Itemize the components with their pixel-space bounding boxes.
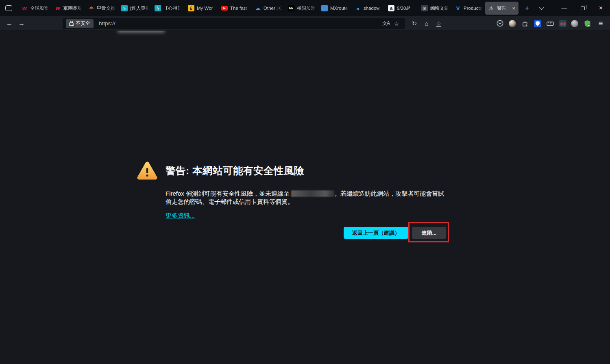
menu-icon[interactable]: ≡ xyxy=(596,19,605,28)
tab-close-icon[interactable]: × xyxy=(512,5,516,11)
tab-label: 極限加速 xyxy=(297,5,316,11)
tab-label: 軍團長股 xyxy=(63,5,82,11)
restore-button[interactable] xyxy=(573,0,592,16)
go-back-button[interactable]: 返回上一頁（建議） xyxy=(344,227,408,239)
new-tab-button[interactable]: + xyxy=(521,2,533,14)
pocket-icon[interactable] xyxy=(495,19,504,28)
wantgoo-icon: w xyxy=(54,5,61,11)
youtube-icon: ▶ xyxy=(221,6,228,11)
tab-daren-column[interactable]: ϟ [達人專欄 xyxy=(118,2,152,15)
tab-label: 編輯文章 xyxy=(430,5,449,11)
tab-label: My Wor xyxy=(197,6,216,11)
tab-stock-legion[interactable]: w 軍團長股 xyxy=(52,2,85,15)
tab-label: 警告: xyxy=(497,5,509,11)
tab-label: 9/30起 xyxy=(397,5,416,11)
extensions-puzzle-icon[interactable] xyxy=(521,19,529,28)
security-chip-label: 不安全 xyxy=(76,20,90,27)
url-bar[interactable]: 不安全 https:// 文A ☆ xyxy=(63,18,405,29)
learn-more-link[interactable]: 更多資訊... xyxy=(166,212,195,220)
extension-green-shield-icon[interactable] xyxy=(583,19,592,28)
warning-description: Firefox 偵測到可能有安全性風險，並未連線至 。若繼續造訪此網站，攻擊者可… xyxy=(166,190,450,205)
gold-app-icon: £ xyxy=(188,5,194,11)
navigation-toolbar: ← → 不安全 https:// 文A ☆ ↻ ⌂ ☆ xyxy=(0,16,610,31)
tab-warning-active[interactable]: ⚠ 警告: × xyxy=(485,2,518,15)
minimize-button[interactable]: — xyxy=(555,0,573,16)
editor-icon: ▣ xyxy=(421,5,428,11)
mxroute-icon xyxy=(321,5,328,11)
insecure-lock-icon xyxy=(69,21,74,26)
wantgoo-icon: w xyxy=(21,5,28,11)
tab-edit-article[interactable]: ▣ 編輯文章 xyxy=(418,2,452,15)
page-title: 警告: 本網站可能有安全性風險 xyxy=(166,164,304,177)
home-icon[interactable]: ⌂ xyxy=(420,18,433,29)
a-app-icon: a xyxy=(388,5,394,11)
tab-mxroute[interactable]: MXroute xyxy=(318,2,352,15)
extensions-row: ≡ xyxy=(495,19,607,28)
bitwarden-icon[interactable] xyxy=(534,20,541,27)
restore-icon xyxy=(581,6,585,10)
back-button[interactable]: ← xyxy=(3,18,15,29)
tab-review[interactable]: ϟ 【心得】 xyxy=(152,2,185,15)
ruler-icon[interactable] xyxy=(546,19,555,28)
tab-oracle[interactable]: </> 甲骨文搶 xyxy=(85,2,118,15)
mk-icon: Mk xyxy=(288,5,294,11)
bookmark-star-icon[interactable]: ☆ xyxy=(391,19,402,28)
extension-glasses-icon[interactable] xyxy=(559,20,566,27)
tab-label: MXroute xyxy=(330,6,349,11)
tab-label: 【心得】 xyxy=(163,5,182,11)
bahamut-icon: ϟ xyxy=(121,5,128,11)
firefox-view-icon[interactable] xyxy=(2,2,15,14)
tab-label: [達人專欄 xyxy=(130,5,149,11)
red-annotation-box xyxy=(408,222,449,242)
forward-button[interactable]: → xyxy=(15,18,28,29)
tab-shadow[interactable]: » shadow xyxy=(352,2,385,15)
tab-930[interactable]: a 9/30起 xyxy=(385,2,418,15)
security-chip[interactable]: 不安全 xyxy=(66,19,94,28)
tab-stock-global[interactable]: w 全球股市 xyxy=(18,2,52,15)
tab-label: shadow xyxy=(364,6,382,11)
tab-label: Other | C xyxy=(264,6,282,11)
tab-label: 全球股市 xyxy=(30,5,49,11)
bookmarks-toolbar-icon[interactable]: ☆ xyxy=(433,18,445,29)
bahamut-icon: ϟ xyxy=(155,5,161,11)
site-name-redaction xyxy=(291,190,334,197)
close-window-button[interactable]: × xyxy=(592,0,610,16)
vultr-icon: V xyxy=(455,5,461,11)
extension-avatar-icon[interactable] xyxy=(509,20,516,27)
tab-bar: w 全球股市 w 軍團長股 </> 甲骨文搶 ϟ [達人專欄 ϟ 【心得】 £ … xyxy=(0,0,610,16)
window-controls: — × xyxy=(555,0,610,16)
code-icon: </> xyxy=(88,5,94,11)
reload-icon[interactable]: ↻ xyxy=(408,18,420,29)
warning-tab-icon: ⚠ xyxy=(488,5,495,11)
tab-label: 甲骨文搶 xyxy=(97,5,115,11)
extension-gray-icon[interactable] xyxy=(571,20,578,27)
tab-label: The fast xyxy=(230,6,249,11)
browser-window: w 全球股市 w 軍團長股 </> 甲骨文搶 ϟ [達人專欄 ϟ 【心得】 £ … xyxy=(0,0,610,364)
chevrons-icon: » xyxy=(355,5,361,11)
tab-my-wor[interactable]: £ My Wor xyxy=(185,2,218,15)
tab-speedup[interactable]: Mk 極限加速 xyxy=(285,2,318,15)
warning-page: 警告: 本網站可能有安全性風險 Firefox 偵測到可能有安全性風險，並未連線… xyxy=(0,0,610,364)
tab-products[interactable]: V Products xyxy=(452,2,485,15)
chevron-down-icon xyxy=(539,5,544,10)
tab-label: Products xyxy=(464,6,482,11)
description-before: Firefox 偵測到可能有安全性風險，並未連線至 xyxy=(166,190,290,197)
tab-youtube[interactable]: ▶ The fast xyxy=(218,2,252,15)
cloud-icon: ☁ xyxy=(255,5,261,11)
warning-triangle-icon xyxy=(137,161,157,183)
list-all-tabs-button[interactable] xyxy=(535,2,547,14)
url-scheme-text: https:// xyxy=(99,20,115,26)
translate-icon[interactable]: 文A xyxy=(381,19,391,28)
tab-separator xyxy=(16,4,16,12)
tab-other[interactable]: ☁ Other | C xyxy=(252,2,285,15)
